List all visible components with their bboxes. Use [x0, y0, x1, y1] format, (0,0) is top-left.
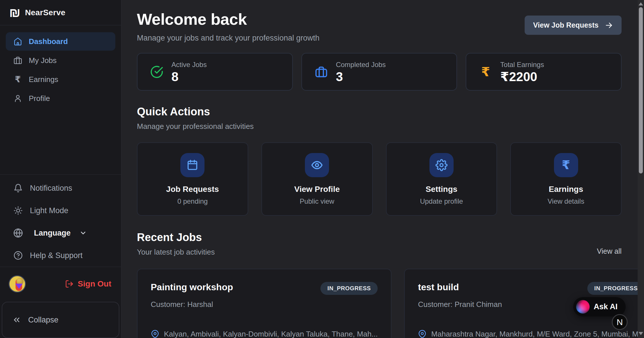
sidebar-item-dashboard[interactable]: Dashboard [6, 32, 115, 51]
sidebar: ₪ NearServe Dashboard My Jobs ₹ Earnings… [0, 0, 121, 338]
job-location-row: Kalyan, Ambivali, Kalyan-Dombivli, Kalya… [151, 330, 378, 338]
sidebar-item-label: Light Mode [30, 206, 68, 215]
stat-label: Completed Jobs [336, 61, 386, 69]
recent-jobs-header: Recent Jobs Your latest job activities V… [137, 231, 622, 257]
page-header: Welcome back Manage your jobs and track … [137, 10, 622, 43]
recent-jobs-subtitle: Your latest job activities [137, 248, 215, 257]
nearserve-logo-icon: ₪ [9, 6, 20, 19]
brand-name: NearServe [25, 8, 65, 17]
home-icon [13, 37, 22, 46]
stats-row: Active Jobs 8 Completed Jobs 3 ₹ Total E… [137, 53, 622, 91]
status-badge: IN_PROGRESS [587, 282, 638, 295]
rupee-icon: ₹ [554, 153, 578, 177]
quick-action-sub: 0 pending [177, 197, 208, 205]
ask-ai-label: Ask AI [594, 302, 618, 311]
rupee-icon: ₹ [479, 66, 492, 78]
sign-out-button[interactable]: Sign Out [65, 279, 111, 289]
stat-text: Completed Jobs 3 [336, 61, 386, 83]
job-card-top: Painting workshop IN_PROGRESS [151, 282, 378, 295]
vertical-scrollbar[interactable] [638, 0, 644, 338]
stat-text: Total Earnings ₹2200 [500, 61, 544, 83]
briefcase-icon [315, 66, 328, 78]
chevron-down-icon [79, 229, 87, 237]
sidebar-spacer [0, 108, 121, 174]
sidebar-item-profile[interactable]: Profile [6, 89, 115, 108]
sidebar-item-help-support[interactable]: Help & Support [6, 244, 115, 267]
bell-icon [13, 184, 23, 193]
user-icon [13, 94, 22, 103]
view-all-link[interactable]: View all [597, 247, 622, 257]
quick-action-label: Job Requests [166, 185, 219, 194]
job-title: Painting workshop [151, 282, 233, 293]
scrollbar-up-arrow-icon[interactable] [639, 2, 643, 5]
user-avatar[interactable] [9, 275, 26, 293]
sidebar-item-notifications[interactable]: Notifications [6, 177, 115, 199]
recent-jobs-row: Painting workshop IN_PROGRESS Customer: … [137, 269, 622, 338]
sign-out-label: Sign Out [78, 279, 111, 289]
stat-card-completed-jobs[interactable]: Completed Jobs 3 [301, 53, 457, 91]
page-subtitle: Manage your jobs and track your professi… [137, 34, 320, 43]
quick-actions-subtitle: Manage your professional activities [137, 122, 622, 131]
sidebar-item-earnings[interactable]: ₹ Earnings [6, 70, 115, 89]
stat-label: Active Jobs [171, 61, 207, 69]
sidebar-item-light-mode[interactable]: Light Mode [6, 199, 115, 222]
page-header-text: Welcome back Manage your jobs and track … [137, 10, 320, 43]
sidebar-item-label: Earnings [29, 75, 58, 84]
brand-header: ₪ NearServe [0, 0, 121, 25]
sidebar-secondary: Notifications Light Mode Language Help &… [0, 174, 121, 267]
job-location-row: Maharashtra Nagar, Mankhurd, M/E Ward, Z… [418, 330, 638, 338]
job-location: Kalyan, Ambivali, Kalyan-Dombivli, Kalya… [164, 330, 378, 338]
scrollbar-thumb[interactable] [639, 7, 643, 173]
sidebar-item-label: My Jobs [29, 56, 57, 65]
recent-jobs-titles: Recent Jobs Your latest job activities [137, 231, 215, 257]
quick-actions-title: Quick Actions [137, 106, 622, 118]
sidebar-item-my-jobs[interactable]: My Jobs [6, 51, 115, 70]
job-card[interactable]: Painting workshop IN_PROGRESS Customer: … [137, 269, 391, 338]
calendar-icon [180, 153, 205, 177]
stat-card-total-earnings[interactable]: ₹ Total Earnings ₹2200 [466, 53, 622, 91]
stat-label: Total Earnings [500, 61, 544, 69]
quick-action-sub: Update profile [420, 197, 463, 205]
quick-action-settings[interactable]: Settings Update profile [386, 142, 497, 216]
chevrons-left-icon [12, 315, 21, 324]
collapse-label: Collapse [28, 316, 58, 324]
map-pin-icon [418, 330, 427, 338]
quick-action-label: Earnings [549, 185, 583, 194]
quick-action-sub: Public view [300, 197, 334, 205]
globe-icon [13, 228, 23, 238]
job-card-top: test build IN_PROGRESS [418, 282, 638, 295]
sidebar-item-label: Language [34, 229, 71, 238]
sun-icon [13, 206, 23, 215]
sidebar-user-section: Sign Out [0, 267, 121, 301]
stat-value: 3 [336, 70, 386, 83]
job-title: test build [418, 282, 459, 293]
job-customer: Customer: Harshal [151, 300, 378, 309]
sidebar-item-label: Dashboard [29, 37, 68, 46]
sidebar-item-label: Profile [29, 94, 50, 103]
stat-value: 8 [171, 70, 207, 83]
map-pin-icon [151, 330, 159, 338]
ask-ai-button[interactable]: Ask AI [573, 297, 626, 316]
collapse-sidebar-button[interactable]: Collapse [2, 302, 119, 338]
stat-value: ₹2200 [500, 70, 544, 83]
dev-indicator-badge[interactable]: N [612, 314, 628, 330]
log-out-icon [65, 280, 74, 288]
avatar-art [15, 284, 23, 289]
quick-action-label: Settings [426, 185, 457, 194]
stat-card-active-jobs[interactable]: Active Jobs 8 [137, 53, 293, 91]
check-circle-icon [150, 65, 163, 79]
recent-jobs-title: Recent Jobs [137, 231, 215, 244]
quick-action-earnings[interactable]: ₹ Earnings View details [510, 142, 622, 216]
view-job-requests-button[interactable]: View Job Requests [525, 16, 622, 35]
quick-action-job-requests[interactable]: Job Requests 0 pending [137, 142, 248, 216]
quick-action-view-profile[interactable]: View Profile Public view [261, 142, 373, 216]
sidebar-item-label: Notifications [30, 184, 72, 193]
scrollbar-down-arrow-icon[interactable] [639, 332, 643, 335]
job-location: Maharashtra Nagar, Mankhurd, M/E Ward, Z… [431, 330, 638, 338]
sidebar-item-label: Help & Support [30, 251, 83, 260]
sidebar-item-language[interactable]: Language [6, 222, 115, 244]
rupee-icon: ₹ [13, 75, 22, 84]
gear-icon [429, 153, 454, 177]
arrow-right-icon [605, 21, 613, 29]
help-circle-icon [13, 251, 23, 260]
